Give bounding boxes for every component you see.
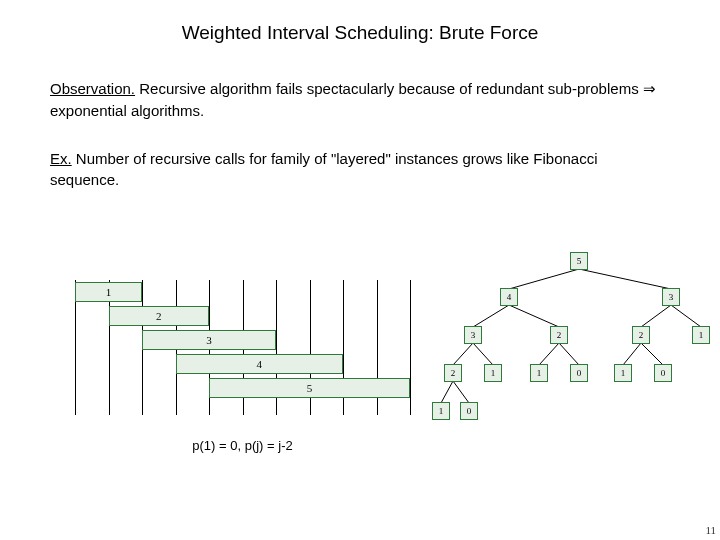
svg-line-0 bbox=[509, 269, 579, 289]
tree-node: 5 bbox=[570, 252, 588, 270]
svg-line-9 bbox=[559, 343, 579, 365]
interval-bar: 2 bbox=[109, 306, 210, 326]
obs-tail: exponential algorithms. bbox=[50, 102, 204, 119]
page-number: 11 bbox=[705, 524, 716, 536]
svg-line-8 bbox=[539, 343, 559, 365]
svg-line-12 bbox=[441, 381, 453, 403]
svg-line-7 bbox=[473, 343, 493, 365]
tree-node: 0 bbox=[570, 364, 588, 382]
ex-lead: Ex. bbox=[50, 150, 72, 167]
tree-node: 1 bbox=[614, 364, 632, 382]
tree-node: 1 bbox=[432, 402, 450, 420]
tree-node: 1 bbox=[530, 364, 548, 382]
implies-arrow-icon: ⇒ bbox=[643, 80, 656, 97]
tree-node: 2 bbox=[632, 326, 650, 344]
tree-node: 2 bbox=[444, 364, 462, 382]
svg-line-2 bbox=[473, 305, 509, 327]
tree-edges bbox=[440, 248, 720, 448]
svg-line-11 bbox=[641, 343, 663, 365]
intervals-diagram: p(1) = 0, p(j) = j-2 12345 bbox=[75, 280, 410, 435]
obs-lead: Observation. bbox=[50, 80, 135, 97]
tree-node: 1 bbox=[692, 326, 710, 344]
svg-line-13 bbox=[453, 381, 469, 403]
interval-bar: 4 bbox=[176, 354, 344, 374]
tree-node: 3 bbox=[662, 288, 680, 306]
tree-node: 0 bbox=[654, 364, 672, 382]
interval-bar: 5 bbox=[209, 378, 410, 398]
tree-node: 3 bbox=[464, 326, 482, 344]
tree-node: 2 bbox=[550, 326, 568, 344]
intervals-caption: p(1) = 0, p(j) = j-2 bbox=[75, 438, 410, 453]
svg-line-1 bbox=[579, 269, 671, 289]
ex-body: Number of recursive calls for family of … bbox=[50, 150, 598, 189]
example-paragraph: Ex. Number of recursive calls for family… bbox=[50, 148, 670, 192]
svg-line-3 bbox=[509, 305, 559, 327]
tick bbox=[410, 280, 411, 415]
interval-bar: 1 bbox=[75, 282, 142, 302]
svg-line-4 bbox=[641, 305, 671, 327]
svg-line-10 bbox=[623, 343, 641, 365]
tree-node: 0 bbox=[460, 402, 478, 420]
obs-body: Recursive algorithm fails spectacularly … bbox=[135, 80, 643, 97]
tree-node: 1 bbox=[484, 364, 502, 382]
page-title: Weighted Interval Scheduling: Brute Forc… bbox=[0, 0, 720, 44]
svg-line-6 bbox=[453, 343, 473, 365]
svg-line-5 bbox=[671, 305, 701, 327]
interval-bar: 3 bbox=[142, 330, 276, 350]
tree-node: 4 bbox=[500, 288, 518, 306]
observation-paragraph: Observation. Recursive algorithm fails s… bbox=[50, 78, 670, 122]
recursion-tree: 543322121101010 bbox=[440, 248, 715, 448]
